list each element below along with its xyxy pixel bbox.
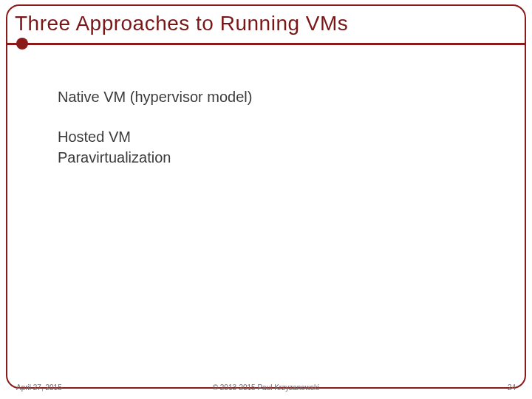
bullet-paravirtualization: Paravirtualization <box>58 148 252 167</box>
slide-frame <box>6 4 526 389</box>
slide-body: Native VM (hypervisor model) Hosted VM P… <box>58 87 252 167</box>
title-rule <box>6 43 526 45</box>
bullet-native-vm: Native VM (hypervisor model) <box>58 87 252 106</box>
bullet-hosted-vm: Hosted VM <box>58 127 252 146</box>
footer-page-number: 24 <box>508 383 516 392</box>
title-dot-icon <box>16 38 28 50</box>
footer-copyright: © 2013-2015 Paul Krzyzanowski <box>6 383 526 392</box>
slide-title: Three Approaches to Running VMs <box>15 12 348 35</box>
slide-footer: April 27, 2015 © 2013-2015 Paul Krzyzano… <box>6 378 526 395</box>
